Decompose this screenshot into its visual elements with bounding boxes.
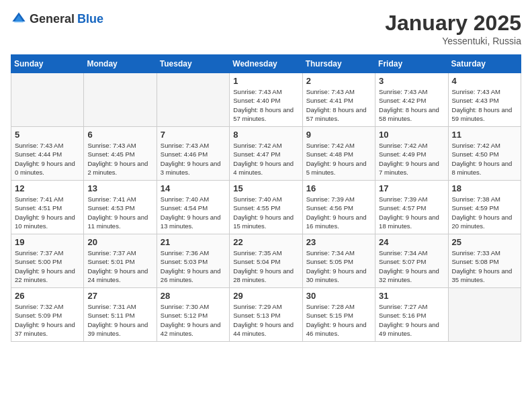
table-row: 19Sunrise: 7:37 AMSunset: 5:00 PMDayligh…: [11, 234, 84, 288]
logo-icon: [11, 11, 27, 27]
day-number: 25: [452, 237, 517, 247]
day-info: Sunrise: 7:43 AMSunset: 4:46 PMDaylight:…: [161, 142, 221, 176]
day-number: 11: [452, 130, 517, 140]
page-header: GeneralBlue January 2025 Yessentuki, Rus…: [11, 11, 521, 46]
day-number: 24: [379, 237, 444, 247]
table-row: 23Sunrise: 7:34 AMSunset: 5:05 PMDayligh…: [302, 234, 375, 288]
day-info: Sunrise: 7:41 AMSunset: 4:53 PMDaylight:…: [87, 195, 148, 230]
title-block: January 2025 Yessentuki, Russia: [385, 11, 521, 46]
logo-blue-text: Blue: [77, 12, 103, 26]
day-number: 15: [233, 183, 298, 193]
day-info: Sunrise: 7:33 AMSunset: 5:08 PMDaylight:…: [452, 249, 513, 283]
day-info: Sunrise: 7:42 AMSunset: 4:50 PMDaylight:…: [452, 142, 513, 176]
day-info: Sunrise: 7:40 AMSunset: 4:54 PMDaylight:…: [161, 195, 221, 230]
day-number: 28: [161, 291, 226, 301]
day-number: 4: [452, 76, 517, 86]
header-saturday: Saturday: [448, 55, 521, 73]
table-row: [157, 73, 229, 127]
day-number: 30: [306, 291, 371, 301]
logo-general-text: General: [30, 12, 75, 26]
table-row: 10Sunrise: 7:42 AMSunset: 4:49 PMDayligh…: [375, 127, 448, 181]
table-row: 13Sunrise: 7:41 AMSunset: 4:53 PMDayligh…: [84, 181, 157, 234]
day-info: Sunrise: 7:29 AMSunset: 5:13 PMDaylight:…: [233, 303, 294, 337]
calendar-table: Sunday Monday Tuesday Wednesday Thursday…: [11, 54, 521, 342]
table-row: [448, 288, 521, 342]
day-number: 23: [306, 237, 371, 247]
table-row: 17Sunrise: 7:39 AMSunset: 4:57 PMDayligh…: [375, 181, 448, 234]
calendar-week-row: 1Sunrise: 7:43 AMSunset: 4:40 PMDaylight…: [11, 73, 521, 127]
day-number: 10: [379, 130, 444, 140]
table-row: 29Sunrise: 7:29 AMSunset: 5:13 PMDayligh…: [230, 288, 302, 342]
day-info: Sunrise: 7:28 AMSunset: 5:15 PMDaylight:…: [306, 303, 367, 337]
day-info: Sunrise: 7:39 AMSunset: 4:56 PMDaylight:…: [306, 195, 367, 230]
day-info: Sunrise: 7:42 AMSunset: 4:48 PMDaylight:…: [306, 142, 367, 176]
day-info: Sunrise: 7:43 AMSunset: 4:43 PMDaylight:…: [452, 88, 513, 122]
table-row: 11Sunrise: 7:42 AMSunset: 4:50 PMDayligh…: [448, 127, 521, 181]
table-row: 31Sunrise: 7:27 AMSunset: 5:16 PMDayligh…: [375, 288, 448, 342]
table-row: 5Sunrise: 7:43 AMSunset: 4:44 PMDaylight…: [11, 127, 84, 181]
day-number: 18: [452, 183, 517, 193]
logo: GeneralBlue: [11, 11, 103, 27]
day-info: Sunrise: 7:42 AMSunset: 4:49 PMDaylight:…: [379, 142, 439, 176]
table-row: 12Sunrise: 7:41 AMSunset: 4:51 PMDayligh…: [11, 181, 84, 234]
day-number: 16: [306, 183, 371, 193]
day-info: Sunrise: 7:37 AMSunset: 5:00 PMDaylight:…: [15, 249, 75, 283]
day-number: 26: [15, 291, 80, 301]
day-number: 22: [233, 237, 298, 247]
calendar-subtitle: Yessentuki, Russia: [385, 36, 521, 46]
day-info: Sunrise: 7:38 AMSunset: 4:59 PMDaylight:…: [452, 195, 513, 230]
table-row: 22Sunrise: 7:35 AMSunset: 5:04 PMDayligh…: [230, 234, 302, 288]
day-number: 19: [15, 237, 80, 247]
day-info: Sunrise: 7:43 AMSunset: 4:42 PMDaylight:…: [379, 88, 439, 122]
table-row: [84, 73, 157, 127]
table-row: 24Sunrise: 7:34 AMSunset: 5:07 PMDayligh…: [375, 234, 448, 288]
header-wednesday: Wednesday: [230, 55, 302, 73]
calendar-week-row: 12Sunrise: 7:41 AMSunset: 4:51 PMDayligh…: [11, 181, 521, 234]
table-row: 20Sunrise: 7:37 AMSunset: 5:01 PMDayligh…: [84, 234, 157, 288]
table-row: 15Sunrise: 7:40 AMSunset: 4:55 PMDayligh…: [230, 181, 302, 234]
day-info: Sunrise: 7:36 AMSunset: 5:03 PMDaylight:…: [161, 249, 221, 283]
day-number: 1: [233, 76, 298, 86]
header-sunday: Sunday: [11, 55, 84, 73]
day-number: 2: [306, 76, 371, 86]
day-number: 13: [87, 183, 152, 193]
day-info: Sunrise: 7:27 AMSunset: 5:16 PMDaylight:…: [379, 303, 439, 337]
table-row: 18Sunrise: 7:38 AMSunset: 4:59 PMDayligh…: [448, 181, 521, 234]
table-row: [11, 73, 84, 127]
day-info: Sunrise: 7:37 AMSunset: 5:01 PMDaylight:…: [87, 249, 148, 283]
day-info: Sunrise: 7:35 AMSunset: 5:04 PMDaylight:…: [233, 249, 294, 283]
calendar-week-row: 5Sunrise: 7:43 AMSunset: 4:44 PMDaylight…: [11, 127, 521, 181]
day-info: Sunrise: 7:30 AMSunset: 5:12 PMDaylight:…: [161, 303, 221, 337]
day-number: 29: [233, 291, 298, 301]
day-info: Sunrise: 7:40 AMSunset: 4:55 PMDaylight:…: [233, 195, 294, 230]
day-number: 20: [87, 237, 152, 247]
day-info: Sunrise: 7:34 AMSunset: 5:05 PMDaylight:…: [306, 249, 367, 283]
day-number: 12: [15, 183, 80, 193]
day-info: Sunrise: 7:43 AMSunset: 4:41 PMDaylight:…: [306, 88, 367, 122]
weekday-header-row: Sunday Monday Tuesday Wednesday Thursday…: [11, 55, 521, 73]
table-row: 3Sunrise: 7:43 AMSunset: 4:42 PMDaylight…: [375, 73, 448, 127]
table-row: 25Sunrise: 7:33 AMSunset: 5:08 PMDayligh…: [448, 234, 521, 288]
calendar-week-row: 26Sunrise: 7:32 AMSunset: 5:09 PMDayligh…: [11, 288, 521, 342]
day-info: Sunrise: 7:39 AMSunset: 4:57 PMDaylight:…: [379, 195, 439, 230]
table-row: 2Sunrise: 7:43 AMSunset: 4:41 PMDaylight…: [302, 73, 375, 127]
table-row: 21Sunrise: 7:36 AMSunset: 5:03 PMDayligh…: [157, 234, 229, 288]
header-monday: Monday: [84, 55, 157, 73]
day-info: Sunrise: 7:42 AMSunset: 4:47 PMDaylight:…: [233, 142, 294, 176]
table-row: 9Sunrise: 7:42 AMSunset: 4:48 PMDaylight…: [302, 127, 375, 181]
day-number: 3: [379, 76, 444, 86]
table-row: 8Sunrise: 7:42 AMSunset: 4:47 PMDaylight…: [230, 127, 302, 181]
table-row: 6Sunrise: 7:43 AMSunset: 4:45 PMDaylight…: [84, 127, 157, 181]
header-friday: Friday: [375, 55, 448, 73]
day-number: 17: [379, 183, 444, 193]
table-row: 16Sunrise: 7:39 AMSunset: 4:56 PMDayligh…: [302, 181, 375, 234]
header-thursday: Thursday: [302, 55, 375, 73]
table-row: 4Sunrise: 7:43 AMSunset: 4:43 PMDaylight…: [448, 73, 521, 127]
header-tuesday: Tuesday: [157, 55, 229, 73]
day-number: 8: [233, 130, 298, 140]
day-info: Sunrise: 7:41 AMSunset: 4:51 PMDaylight:…: [15, 195, 75, 230]
day-info: Sunrise: 7:43 AMSunset: 4:40 PMDaylight:…: [233, 88, 294, 122]
day-info: Sunrise: 7:31 AMSunset: 5:11 PMDaylight:…: [87, 303, 148, 337]
day-number: 31: [379, 291, 444, 301]
day-info: Sunrise: 7:43 AMSunset: 4:45 PMDaylight:…: [87, 142, 148, 176]
